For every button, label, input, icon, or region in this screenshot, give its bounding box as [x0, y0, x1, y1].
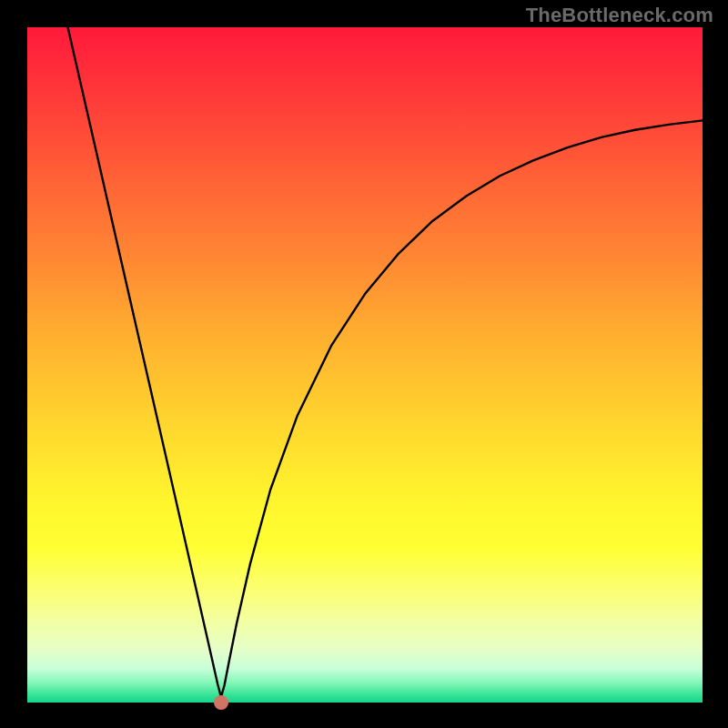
watermark-text: TheBottleneck.com [526, 4, 713, 27]
curve-svg [27, 27, 703, 703]
bottleneck-curve [68, 27, 703, 697]
plot-area [27, 27, 703, 703]
optimal-point-marker [214, 695, 228, 710]
chart-frame: { "watermark": "TheBottleneck.com", "cha… [0, 0, 728, 728]
